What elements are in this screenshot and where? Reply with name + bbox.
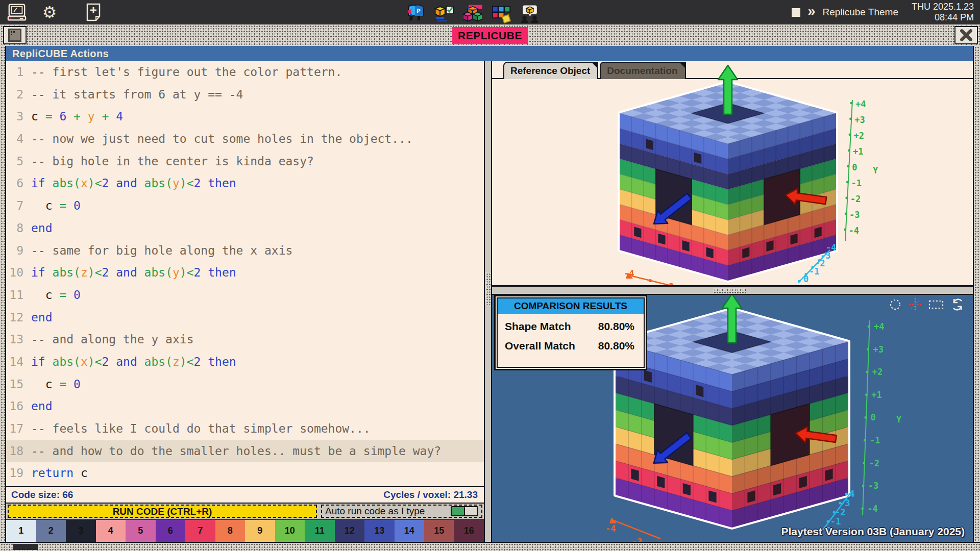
code-line: 7 c = 0	[6, 195, 484, 217]
auto-run-toggle[interactable]	[451, 506, 478, 516]
code-line: 13-- and along the y axis	[6, 329, 484, 351]
axis-label: -4	[624, 268, 634, 279]
palette-swatch-6[interactable]: 6	[156, 520, 186, 542]
axis-label: +4	[874, 321, 884, 332]
axis-label: 0	[852, 162, 857, 172]
palette-swatch-3[interactable]: 3	[66, 520, 96, 542]
code-line: 16end	[6, 395, 484, 418]
code-line: 17-- feels like I could do that simpler …	[6, 418, 484, 440]
reference-object-panel: Reference ObjectDocumentation +4+3+2+10-…	[492, 61, 973, 287]
axis-label: +1	[853, 146, 863, 157]
horizontal-splitter[interactable]	[492, 287, 973, 295]
axis-label: Y	[896, 414, 901, 424]
chevrons-icon[interactable]: »	[807, 5, 815, 18]
axis-label: -1	[870, 435, 880, 445]
reset-view-icon[interactable]	[950, 298, 965, 311]
toggle-knob	[464, 507, 477, 515]
palette-swatch-13[interactable]: 13	[364, 520, 395, 542]
axis-label: -2	[869, 458, 879, 468]
auto-run-panel: Auto run code as I type	[321, 505, 482, 518]
palette-swatch-15[interactable]: 15	[424, 520, 454, 542]
chat-cube-icon[interactable]	[520, 4, 540, 23]
palette-swatch-4[interactable]: 4	[96, 520, 126, 542]
code-pane: 1-- first let's figure out the color pat…	[6, 61, 485, 542]
palette-swatch-7[interactable]: 7	[185, 520, 215, 542]
code-line: 15 c = 0	[6, 373, 484, 396]
window-menu-button[interactable]	[3, 26, 27, 44]
palette-swatch-16[interactable]: 16	[454, 520, 484, 542]
axis-label: -2	[850, 194, 861, 204]
axis-label: +1	[871, 390, 881, 400]
vertical-splitter[interactable]	[485, 61, 492, 542]
axis-label: -3	[664, 282, 674, 287]
mailbox-icon[interactable]: P	[406, 4, 425, 23]
comparison-results-box: COMPARISON RESULTS Shape Match80.80%Over…	[494, 295, 647, 370]
app-title-badge: REPLICUBE	[452, 27, 528, 44]
run-bar: RUN CODE (CTRL+R) Auto run code as I typ…	[6, 503, 484, 519]
code-lines: 1-- first let's figure out the color pat…	[6, 61, 484, 485]
code-size-label: Code size: 66	[11, 489, 73, 500]
window-icon	[8, 29, 21, 42]
axis-label: -1	[851, 178, 862, 188]
palette-swatch-14[interactable]: 14	[395, 520, 425, 542]
palette-swatch-11[interactable]: 11	[305, 520, 335, 542]
color-grid-icon[interactable]	[492, 4, 511, 23]
axis-label: 0	[871, 412, 876, 422]
window-title: RepliCUBE Actions	[6, 46, 973, 61]
orbit-icon[interactable]	[889, 298, 902, 311]
time-text: 08:44 PM	[912, 12, 974, 23]
computer-icon[interactable]	[7, 3, 27, 22]
code-line: 14if abs(x)<2 and abs(z)<2 then	[6, 351, 484, 373]
gear-icon[interactable]: ⚙	[40, 3, 59, 22]
axis-label: +4	[855, 99, 866, 109]
axis-label: -4	[844, 489, 854, 499]
new-file-icon[interactable]	[84, 3, 103, 22]
palette-swatch-8[interactable]: 8	[215, 520, 246, 542]
axis-label: -3	[868, 481, 878, 491]
code-line: 4-- now we just need to cut some holes i…	[6, 128, 484, 151]
close-button[interactable]	[954, 26, 978, 44]
move-axes-icon[interactable]	[909, 298, 922, 311]
panel-tabs: Reference ObjectDocumentation	[503, 62, 688, 79]
palette-swatch-10[interactable]: 10	[275, 520, 305, 542]
left-resize-strip[interactable]	[0, 46, 6, 542]
date-text: THU 2025.1.23	[912, 2, 974, 12]
axis-label: -4	[848, 226, 859, 236]
axis-label: -1	[830, 516, 841, 527]
comparison-title: COMPARISON RESULTS	[498, 298, 644, 314]
view-tools	[889, 298, 965, 311]
right-pane: Reference ObjectDocumentation +4+3+2+10-…	[485, 61, 973, 542]
run-code-button[interactable]: RUN CODE (CTRL+R)	[8, 505, 317, 518]
bottom-scrollbar[interactable]	[0, 542, 980, 551]
axis-label: +3	[873, 344, 883, 355]
palette-swatch-1[interactable]: 1	[6, 520, 36, 542]
code-line: 12end	[6, 307, 484, 329]
palette-swatch-9[interactable]: 9	[245, 520, 275, 542]
palette-swatch-2[interactable]: 2	[36, 520, 66, 542]
right-scrollbar[interactable]	[973, 46, 980, 542]
splitter-grip[interactable]	[485, 272, 491, 305]
palette-swatch-12[interactable]: 12	[335, 520, 365, 542]
axis-label: -3	[840, 498, 850, 508]
system-menu-bar: ⚙ P	[0, 0, 980, 26]
editor-status-bar: Code size: 66 Cycles / voxel: 21.33	[6, 487, 484, 503]
cycles-label: Cycles / voxel: 21.33	[383, 489, 478, 500]
tab-reference-object[interactable]: Reference Object	[503, 62, 598, 79]
code-line: 3c = 6 + y + 4	[6, 106, 484, 128]
palette-swatch-5[interactable]: 5	[126, 520, 156, 542]
code-editor[interactable]: 1-- first let's figure out the color pat…	[6, 61, 484, 487]
scrollbar-thumb[interactable]	[13, 544, 38, 550]
desktop-title-bar: REPLICUBE	[0, 24, 980, 47]
axis-label: +2	[854, 131, 864, 141]
color-palette: 12345678910111213141516	[6, 519, 484, 542]
stop-icon[interactable]	[792, 8, 800, 17]
reference-cube-view[interactable]	[492, 61, 973, 287]
code-line: 8end	[6, 217, 484, 240]
splitter-grip[interactable]	[713, 288, 746, 293]
cube-stack-icon[interactable]	[463, 4, 482, 23]
cube-check-icon[interactable]	[434, 4, 454, 23]
select-region-icon[interactable]	[928, 298, 944, 311]
code-line: 2-- it starts from 6 at y == -4	[6, 84, 484, 106]
tab-documentation[interactable]: Documentation	[600, 62, 685, 79]
code-line: 11 c = 0	[6, 284, 484, 307]
